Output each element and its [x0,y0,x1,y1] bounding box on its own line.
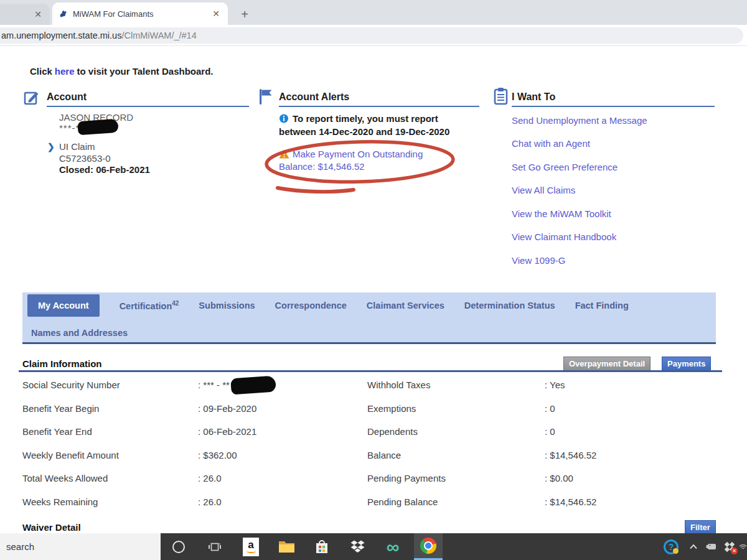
redaction-mark [77,119,118,135]
tab-title: MiWAM For Claimants [73,9,205,19]
claim-expand-icon[interactable]: ❯ [47,142,55,152]
table-row: Exemptions : 0 [367,397,691,421]
task-view-icon [208,541,222,553]
url-host: am.unemployment.state.mi.us [1,30,121,40]
tab-close-icon[interactable]: ✕ [210,8,222,19]
browser-tab-active[interactable]: MiWAM For Claimants ✕ [52,2,228,25]
row-value: : $14,546.52 [545,497,596,507]
link-view-1099g[interactable]: View 1099-G [512,255,565,266]
table-row: Balance : $14,546.52 [367,444,691,467]
warning-icon [279,149,289,161]
row-label: Benefit Year End [22,426,198,437]
tab-certification[interactable]: Certification42 [120,300,179,311]
dropbox-button[interactable] [343,533,372,560]
chrome-button[interactable] [414,533,443,560]
link-go-green[interactable]: Set Go Green Preference [512,162,618,172]
payment-alert[interactable]: Make Payment On Outstanding Balance: $14… [279,149,466,172]
talent-dashboard-link[interactable]: here [55,66,75,77]
amazon-button[interactable]: a [237,533,265,560]
tab-correspondence[interactable]: Correspondence [275,301,347,310]
account-rule [47,106,249,107]
talent-dashboard-notice: Click here to visit your Talent Dashboar… [30,66,213,77]
alerts-rule [279,106,479,107]
table-row: Weekly Benefit Amount : $362.00 [22,444,346,467]
chevron-up-icon [689,544,698,549]
flag-icon [258,88,273,108]
claim-info-rule [19,370,722,372]
link-send-message[interactable]: Send Unemployment a Message [512,115,647,126]
table-row: Withhold Taxes : Yes [367,373,691,397]
device-tray-button[interactable] [703,533,720,560]
tab-names-addresses[interactable]: Names and Addresses [31,328,128,338]
table-row: Total Weeks Allowed : 26.0 [22,467,346,490]
link-view-all-claims[interactable]: View All Claims [512,185,575,195]
row-label: Weeks Remaining [22,497,198,507]
microsoft-store-button[interactable] [308,533,336,560]
payment-alert-line2[interactable]: Balance: $14,546.52 [279,161,466,172]
alerts-section-title: Account Alerts [279,91,349,103]
report-alert-line2: between 14-Dec-2020 and 19-Dec-2020 [279,126,484,137]
notice-prefix: Click [30,66,52,77]
table-row: Dependents : 0 [367,420,691,444]
table-row: Weeks Remaining : 26.0 [22,490,346,514]
table-row: Benefit Year End : 06-Feb-2021 [22,420,346,444]
browser-tab-strip: ✕ MiWAM For Claimants ✕ + [0,0,747,25]
claim-info-left-column: Social Security Number : *** - ** Benefi… [22,373,346,513]
redaction-mark [230,375,276,394]
taskbar-search-input[interactable]: search [0,533,161,560]
row-value: : 26.0 [198,473,222,483]
new-tab-button[interactable]: + [237,6,253,22]
cortana-button[interactable] [164,533,193,560]
dropbox-icon [350,540,365,553]
table-row: Pending Payments : $0.00 [367,467,691,490]
row-label: Social Security Number [22,380,198,390]
cortana-icon [172,541,185,553]
waiver-detail-title: Waiver Detail [22,522,81,533]
help-tray-button[interactable]: ? [658,533,684,560]
row-label: Balance [367,450,545,460]
tab-claimant-services[interactable]: Claimant Services [367,301,444,310]
claim-type[interactable]: UI Claim [59,141,95,152]
row-label: Total Weeks Allowed [22,473,198,483]
link-chat-agent[interactable]: Chat with an Agent [512,138,590,149]
report-timely-alert: To report timely, you must report betwee… [279,113,484,137]
task-view-button[interactable] [200,533,229,560]
tab-determination-status[interactable]: Determination Status [464,301,555,310]
link-miwam-toolkit[interactable]: View the MiWAM Toolkit [512,208,611,219]
row-label: Dependents [367,426,545,437]
claim-info-right-column: Withhold Taxes : Yes Exemptions : 0 Depe… [367,373,691,513]
wifi-tray-button[interactable] [739,539,747,554]
row-label: Benefit Year Begin [22,403,198,414]
show-hidden-icons-button[interactable] [684,533,703,560]
claim-closed-status: Closed: 06-Feb-2021 [59,164,150,175]
address-field[interactable]: am.unemployment.state.mi.us/ClmMiWAM/_/#… [0,27,743,44]
tab-my-account[interactable]: My Account [27,294,100,317]
page-content: Click here to visit your Talent Dashboar… [0,46,747,533]
url-path: /ClmMiWAM/_/#14 [121,30,196,40]
amazon-icon: a [243,538,259,556]
filter-button[interactable]: Filter [685,520,716,534]
chrome-icon [420,538,436,554]
tab-close-icon[interactable]: ✕ [32,9,44,20]
payment-alert-line1[interactable]: Make Payment On Outstanding [293,149,423,159]
visual-studio-button[interactable]: ∞ [378,533,407,560]
row-value: : 09-Feb-2020 [198,403,256,414]
browser-url-bar: am.unemployment.state.mi.us/ClmMiWAM/_/#… [0,25,747,46]
clipboard-icon [494,87,508,108]
overpayment-detail-button[interactable]: Overpayment Detail [563,357,651,371]
payments-button[interactable]: Payments [662,357,711,371]
dropbox-tray-button[interactable]: ✕ [720,533,739,560]
report-alert-line1: To report timely, you must report [293,113,438,124]
row-value: : 06-Feb-2021 [198,426,256,437]
table-row: Social Security Number : *** - ** [22,373,346,397]
row-value: : $0.00 [545,473,573,483]
tab-fact-finding[interactable]: Fact Finding [575,301,629,310]
row-value: : 26.0 [198,497,222,507]
file-explorer-button[interactable] [272,533,301,560]
link-claimant-handbook[interactable]: View Claimant Handbook [512,231,616,242]
browser-tab-inactive[interactable]: ✕ [0,4,50,25]
info-icon [279,114,289,126]
table-row: Pending Balance : $14,546.52 [367,490,691,514]
tab-submissions[interactable]: Submissions [199,301,255,310]
windows-taskbar: search a [0,533,747,560]
